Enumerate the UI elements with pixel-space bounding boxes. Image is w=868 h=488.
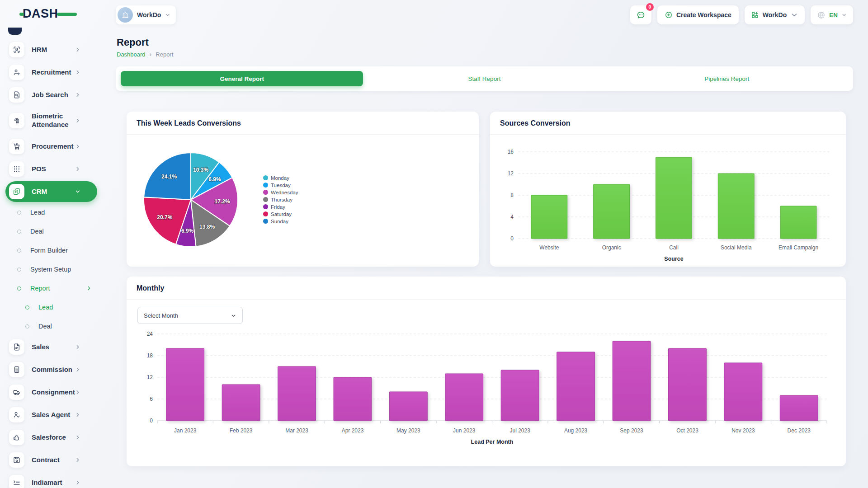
sidebar-item-procurement[interactable]: Procurement — [0, 135, 102, 158]
bar-may-2023[interactable] — [389, 392, 427, 421]
workspace-switcher[interactable]: WorkDo — [116, 5, 176, 24]
bar-oct-2023[interactable] — [669, 348, 707, 421]
create-workspace-button[interactable]: Create Workspace — [657, 5, 739, 24]
x-category-label: Aug 2023 — [564, 427, 588, 434]
commission-icon-box — [9, 362, 24, 377]
sidebar-item-salesforce[interactable]: Salesforce — [0, 426, 102, 449]
bar-sep-2023[interactable] — [613, 341, 651, 421]
x-category-label: Social Media — [721, 244, 752, 251]
legend-label: Saturday — [271, 211, 292, 217]
sidebar-item-hrm[interactable]: HRM — [0, 38, 102, 61]
bar-organic[interactable] — [594, 184, 630, 239]
bullet-icon — [17, 230, 21, 234]
x-axis-title: Lead Per Month — [471, 439, 514, 445]
bar-website[interactable] — [531, 195, 567, 239]
legend-item-sunday[interactable]: Sunday — [263, 219, 298, 224]
sidebar-item-sales-agent[interactable]: Sales Agent — [0, 404, 102, 426]
bullet-icon — [25, 305, 29, 310]
chevron-down-icon — [75, 189, 80, 194]
sidebar-item-biometric-attendance[interactable]: Biometric Attendance — [0, 106, 102, 135]
bar-mar-2023[interactable] — [278, 366, 316, 421]
sidebar-item-system-setup[interactable]: System Setup — [0, 260, 102, 279]
chevron-right-icon — [75, 47, 80, 52]
sidebar-item-report[interactable]: Report — [0, 279, 102, 298]
app-logo[interactable]: DASH — [23, 7, 70, 21]
sidebar-item-job-search[interactable]: Job Search — [0, 84, 102, 106]
sidebar-item-report-lead[interactable]: Lead — [0, 298, 102, 317]
create-workspace-label: Create Workspace — [676, 11, 731, 19]
sidebar-item-label: Consignment — [32, 388, 75, 397]
bar-social-media[interactable] — [718, 174, 754, 239]
x-category-label: Call — [669, 244, 679, 251]
legend-item-thursday[interactable]: Thursday — [263, 197, 298, 202]
legend-item-friday[interactable]: Friday — [263, 204, 298, 210]
x-category-label: Jan 2023 — [174, 427, 197, 434]
sidebar-item-recruitment[interactable]: Recruitment — [0, 61, 102, 84]
sidebar-item-label: System Setup — [30, 266, 102, 273]
language-selector[interactable]: EN — [811, 5, 853, 24]
legend-label: Tuesday — [271, 183, 291, 188]
bar-jan-2023[interactable] — [166, 348, 204, 421]
legend-item-tuesday[interactable]: Tuesday — [263, 183, 298, 188]
sidebar-item-consignment[interactable]: Consignment — [0, 381, 102, 404]
bar-feb-2023[interactable] — [222, 385, 260, 421]
chevron-right-icon — [75, 166, 80, 172]
tab-general-report[interactable]: General Report — [121, 71, 363, 86]
sidebar-item-contract[interactable]: Contract — [0, 449, 102, 471]
y-tick-label: 6 — [150, 396, 153, 402]
bar-dec-2023[interactable] — [780, 395, 818, 421]
legend-item-monday[interactable]: Monday — [263, 175, 298, 181]
charts-row: This Week Leads Conversions 10.3%6.9%17.… — [127, 112, 846, 267]
topbar-actions: 0 Create Workspace WorkDo EN — [630, 5, 853, 24]
chevron-right-icon — [75, 480, 80, 485]
monthly-bar-chart: 06121824Jan 2023Feb 2023Mar 2023Apr 2023… — [137, 324, 836, 445]
legend-item-saturday[interactable]: Saturday — [263, 211, 298, 217]
bar-call[interactable] — [656, 157, 692, 239]
sidebar-item-indiamart[interactable]: Indiamart — [0, 471, 102, 488]
chevron-right-icon — [75, 480, 80, 485]
legend-label: Monday — [271, 175, 289, 181]
legend-dot — [263, 175, 268, 180]
x-category-label: Apr 2023 — [342, 427, 364, 434]
report-tabs: General ReportStaff ReportPipelines Repo… — [116, 66, 853, 91]
sidebar-item-pos[interactable]: POS — [0, 158, 102, 180]
hrm-icon — [13, 46, 21, 54]
bar-jun-2023[interactable] — [445, 374, 483, 421]
sidebar-item-report-deal[interactable]: Deal — [0, 317, 102, 336]
sidebar-item-label: Form Builder — [30, 247, 102, 254]
legend-dot — [263, 183, 268, 188]
sidebar-item-commission[interactable]: Commission — [0, 358, 102, 381]
indiamart-icon — [13, 479, 21, 487]
legend-item-wednesday[interactable]: Wednesday — [263, 190, 298, 195]
x-category-label: Website — [539, 244, 559, 251]
bar-email-campaign[interactable] — [780, 206, 816, 239]
bar-nov-2023[interactable] — [724, 363, 762, 421]
bar-apr-2023[interactable] — [334, 377, 372, 421]
bar-aug-2023[interactable] — [557, 352, 595, 421]
chevron-right-icon — [75, 389, 80, 395]
legend-dot — [263, 211, 268, 216]
sidebar-item-crm[interactable]: CRM — [5, 181, 97, 202]
logo-accent-dot — [19, 13, 24, 16]
monthly-card: Monthly Select Month 06121824Jan 2023Feb… — [127, 277, 846, 466]
bar-jul-2023[interactable] — [501, 370, 539, 421]
sidebar-item-crm-lead[interactable]: Lead — [0, 203, 102, 222]
chevron-right-icon — [75, 92, 80, 98]
tab-pipelines-report[interactable]: Pipelines Report — [606, 71, 848, 86]
sidebar-item-label: Report — [30, 285, 86, 292]
breadcrumb-dashboard-link[interactable]: Dashboard — [117, 51, 146, 58]
workspace-menu-button[interactable]: WorkDo — [745, 5, 805, 24]
procurement-icon-box — [9, 139, 24, 154]
sidebar-item-label: Salesforce — [32, 433, 75, 442]
salesforce-icon-box — [9, 430, 24, 445]
select-month-dropdown[interactable]: Select Month — [137, 307, 243, 324]
pie-value-label-sunday: 24.1% — [161, 174, 177, 180]
salesforce-icon — [13, 433, 21, 441]
messages-button[interactable]: 0 — [630, 5, 651, 24]
logo-text: DASH — [23, 7, 58, 20]
tab-staff-report[interactable]: Staff Report — [363, 71, 605, 86]
sidebar-item-crm-deal[interactable]: Deal — [0, 222, 102, 241]
sidebar-item-form-builder[interactable]: Form Builder — [0, 241, 102, 260]
sidebar-item-sales[interactable]: Sales — [0, 336, 102, 358]
x-category-label: May 2023 — [396, 427, 420, 434]
